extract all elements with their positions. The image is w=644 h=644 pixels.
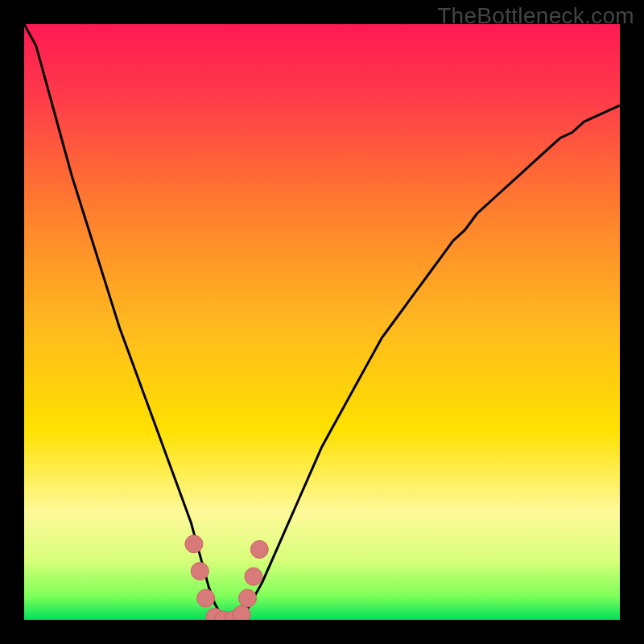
chart-frame: TheBottleneck.com <box>0 0 644 644</box>
data-marker <box>245 568 262 585</box>
data-marker <box>197 589 215 607</box>
data-marker <box>185 535 203 553</box>
chart-overlay <box>24 24 620 620</box>
data-marker <box>191 563 208 580</box>
data-marker <box>250 541 268 559</box>
curve-group <box>24 24 620 620</box>
data-marker <box>239 589 257 607</box>
bottleneck-curve <box>24 24 620 620</box>
plot-area <box>24 24 620 620</box>
data-marker <box>233 605 250 620</box>
marker-group <box>185 535 268 620</box>
